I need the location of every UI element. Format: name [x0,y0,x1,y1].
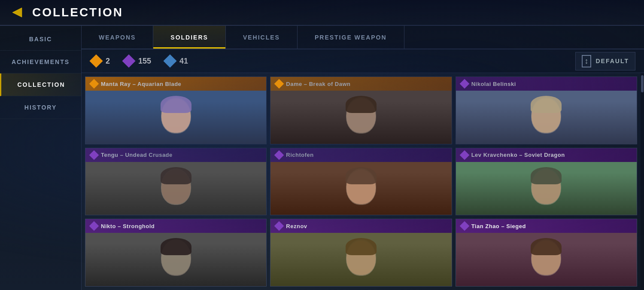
card-header-3: Nikolai Belinski [456,77,637,91]
soldier-card-3[interactable]: Nikolai Belinski [456,76,637,144]
soldier-name-7: Nikto – Stronghold [101,223,155,229]
scrollbar-thumb[interactable] [641,75,644,92]
soldier-card-6[interactable]: Lev Kravchenko – Soviet Dragon [456,148,637,216]
card-header-5: Richtofen [270,148,451,162]
card-header-9: Tian Zhao – Sieged [456,219,637,233]
content-area: WEAPONS SOLDIERS VEHICLES PRESTIGE WEAPO… [82,26,644,290]
sidebar-item-history[interactable]: HISTORY [0,96,81,119]
face-hair-1 [346,96,377,113]
soldier-name-9: Tian Zhao – Sieged [471,223,526,229]
soldier-card-8[interactable]: Reznov [270,219,452,287]
face-hair-4 [346,167,377,184]
rarity-icon-9 [459,221,469,231]
sort-icon: ↕ [582,55,591,67]
tabs-bar: WEAPONS SOLDIERS VEHICLES PRESTIGE WEAPO… [82,26,644,49]
card-image-5 [270,162,451,215]
card-header-7: Nikto – Stronghold [85,219,266,233]
card-image-4 [85,162,266,215]
soldier-card-7[interactable]: Nikto – Stronghold [85,219,267,287]
soldier-card-2[interactable]: Dame – Break of Dawn [270,76,452,144]
soldier-card-5[interactable]: Richtofen [270,148,452,216]
face-hair-0 [161,96,191,113]
soldier-card-1[interactable]: Manta Ray – Aquarian Blade [85,76,267,144]
card-image-7 [85,233,266,286]
header: COLLECTION [0,0,644,26]
rarity-icon-2 [274,79,284,89]
rarity-icon-3 [459,79,469,89]
face-hair-2 [531,96,562,113]
card-image-8 [270,233,451,286]
sort-label: DEFAULT [595,58,629,64]
scrollbar-track[interactable] [641,73,644,290]
face-hair-6 [161,238,191,255]
main-layout: BASIC ACHIEVEMENTS COLLECTION HISTORY WE… [0,26,644,290]
card-header-6: Lev Kravchenko – Soviet Dragon [456,148,637,162]
app-container: COLLECTION BASIC ACHIEVEMENTS COLLECTION… [0,0,644,290]
face-hair-3 [161,167,191,184]
soldier-name-2: Dame – Break of Dawn [286,81,350,87]
sidebar: BASIC ACHIEVEMENTS COLLECTION HISTORY [0,26,82,290]
face-hair-8 [531,238,562,255]
card-image-1 [85,91,266,144]
card-image-3 [456,91,637,144]
rarity-icon-1 [89,79,99,89]
purple-diamond-icon [123,55,135,67]
soldier-name-1: Manta Ray – Aquarian Blade [101,81,181,87]
rarity-icon-8 [274,221,284,231]
tab-soldiers[interactable]: SOLDIERS [153,26,226,49]
face-hair-7 [346,238,377,255]
grid-wrapper: Manta Ray – Aquarian Blade Dame – Break … [82,73,644,290]
stat-blue: 41 [164,55,188,67]
tab-vehicles[interactable]: VEHICLES [226,26,298,49]
tab-weapons[interactable]: WEAPONS [82,26,153,49]
page-title: COLLECTION [32,6,123,19]
rarity-icon-7 [89,221,99,231]
svg-marker-0 [12,8,22,17]
sidebar-item-basic[interactable]: BASIC [0,28,81,51]
stat-orange: 2 [90,55,110,67]
face-hair-5 [531,167,562,184]
tab-prestige-weapon[interactable]: PRESTIGE WEAPON [298,26,404,49]
orange-diamond-icon [90,55,102,67]
card-header-4: Tengu – Undead Crusade [85,148,266,162]
back-button[interactable] [9,4,26,21]
rarity-icon-4 [89,150,99,160]
soldier-name-6: Lev Kravchenko – Soviet Dragon [471,152,565,158]
card-header-1: Manta Ray – Aquarian Blade [85,77,266,91]
rarity-icon-6 [459,150,469,160]
soldier-card-9[interactable]: Tian Zhao – Sieged [456,219,637,287]
blue-diamond-icon [164,55,176,67]
rarity-icon-5 [274,150,284,160]
soldier-name-3: Nikolai Belinski [471,81,516,87]
sidebar-item-achievements[interactable]: ACHIEVEMENTS [0,51,81,73]
soldier-name-8: Reznov [286,223,307,229]
card-image-6 [456,162,637,215]
card-header-2: Dame – Break of Dawn [270,77,451,91]
card-image-9 [456,233,637,286]
soldiers-grid: Manta Ray – Aquarian Blade Dame – Break … [82,73,641,290]
soldier-name-4: Tengu – Undead Crusade [101,152,173,158]
stats-bar: 2 155 41 ↕ DEFAULT [82,49,644,73]
soldier-name-5: Richtofen [286,152,313,158]
sidebar-item-collection[interactable]: COLLECTION [0,73,81,96]
card-header-8: Reznov [270,219,451,233]
soldier-card-4[interactable]: Tengu – Undead Crusade [85,148,267,216]
sort-button[interactable]: ↕ DEFAULT [575,52,635,70]
card-image-2 [270,91,451,144]
stat-purple: 155 [123,55,151,67]
